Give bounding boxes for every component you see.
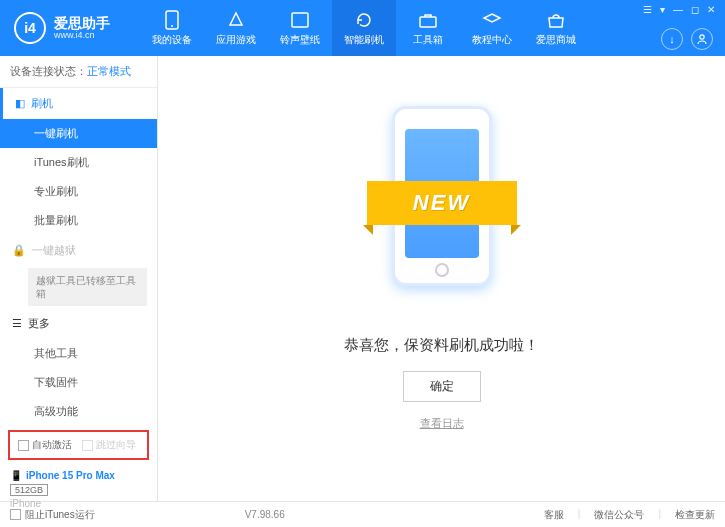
ok-button[interactable]: 确定 <box>403 371 481 402</box>
maximize-icon[interactable]: ◻ <box>691 4 699 15</box>
main-area: 设备连接状态：正常模式 ◧ 刷机 一键刷机 iTunes刷机 专业刷机 批量刷机… <box>0 56 725 501</box>
sidebar-more-section: ☰ 更多 其他工具 下载固件 高级功能 <box>0 308 157 426</box>
checkbox-icon <box>18 440 29 451</box>
menu-icon: ☰ <box>12 317 22 330</box>
new-badge: NEW <box>367 181 517 225</box>
phone-illustration: NEW <box>377 96 507 316</box>
sidebar-item-oneclick-flash[interactable]: 一键刷机 <box>0 119 157 148</box>
user-button[interactable] <box>691 28 713 50</box>
checkbox-block-itunes[interactable]: 阻止iTunes运行 <box>10 508 95 522</box>
sidebar-item-download-fw[interactable]: 下载固件 <box>0 368 157 397</box>
app-name: 爱思助手 <box>54 16 110 30</box>
footer-link-update[interactable]: 检查更新 <box>675 508 715 522</box>
version-label: V7.98.66 <box>245 509 285 520</box>
checkbox-skip-guide[interactable]: 跳过向导 <box>82 438 136 452</box>
header-extra-buttons: ↓ <box>661 28 713 50</box>
phone-small-icon: 📱 <box>10 470 22 481</box>
sidebar-header-flash[interactable]: ◧ 刷机 <box>0 88 157 119</box>
phone-icon <box>162 10 182 30</box>
svg-point-1 <box>171 25 173 27</box>
sidebar-header-jailbreak: 🔒 一键越狱 <box>0 235 157 266</box>
sidebar: 设备连接状态：正常模式 ◧ 刷机 一键刷机 iTunes刷机 专业刷机 批量刷机… <box>0 56 158 501</box>
sidebar-item-pro-flash[interactable]: 专业刷机 <box>0 177 157 206</box>
nav-tabs: 我的设备 应用游戏 铃声壁纸 智能刷机 工具箱 教程中心 爱思商城 <box>140 0 588 56</box>
footer-link-support[interactable]: 客服 <box>544 508 564 522</box>
svg-point-4 <box>700 35 704 39</box>
shop-icon <box>546 10 566 30</box>
footer-link-wechat[interactable]: 微信公众号 <box>594 508 644 522</box>
sidebar-item-batch-flash[interactable]: 批量刷机 <box>0 206 157 235</box>
tab-ringtones[interactable]: 铃声壁纸 <box>268 0 332 56</box>
checkbox-icon <box>82 440 93 451</box>
content-area: NEW 恭喜您，保资料刷机成功啦！ 确定 查看日志 <box>158 56 725 501</box>
toolbox-icon <box>418 10 438 30</box>
checkbox-auto-activate[interactable]: 自动激活 <box>18 438 72 452</box>
sidebar-item-advanced[interactable]: 高级功能 <box>0 397 157 426</box>
sidebar-flash-section: ◧ 刷机 一键刷机 iTunes刷机 专业刷机 批量刷机 <box>0 88 157 235</box>
logo-icon: i4 <box>14 12 46 44</box>
tab-my-device[interactable]: 我的设备 <box>140 0 204 56</box>
device-status: 设备连接状态：正常模式 <box>0 56 157 88</box>
window-controls: ☰ ▾ — ◻ ✕ <box>643 4 715 15</box>
close-icon[interactable]: ✕ <box>707 4 715 15</box>
checkbox-icon <box>10 509 21 520</box>
minimize-icon[interactable]: — <box>673 4 683 15</box>
app-header: i4 爱思助手 www.i4.cn 我的设备 应用游戏 铃声壁纸 智能刷机 工具… <box>0 0 725 56</box>
refresh-icon <box>354 10 374 30</box>
app-icon <box>226 10 246 30</box>
app-url: www.i4.cn <box>54 30 110 40</box>
svg-rect-2 <box>292 13 308 27</box>
flash-icon: ◧ <box>15 97 25 110</box>
tab-store[interactable]: 爱思商城 <box>524 0 588 56</box>
tab-smart-flash[interactable]: 智能刷机 <box>332 0 396 56</box>
highlighted-checkbox-row: 自动激活 跳过向导 <box>8 430 149 460</box>
lock-icon: 🔒 <box>12 244 26 257</box>
footer-links: 客服 | 微信公众号 | 检查更新 <box>544 508 715 522</box>
sidebar-bottom: 自动激活 跳过向导 📱 iPhone 15 Pro Max 512GB iPho… <box>0 426 157 515</box>
sidebar-item-other-tools[interactable]: 其他工具 <box>0 339 157 368</box>
menu-icon[interactable]: ☰ <box>643 4 652 15</box>
tab-apps-games[interactable]: 应用游戏 <box>204 0 268 56</box>
sidebar-item-itunes-flash[interactable]: iTunes刷机 <box>0 148 157 177</box>
sidebar-jailbreak-section: 🔒 一键越狱 越狱工具已转移至工具箱 <box>0 235 157 308</box>
device-name[interactable]: 📱 iPhone 15 Pro Max <box>10 470 147 481</box>
sidebar-header-more[interactable]: ☰ 更多 <box>0 308 157 339</box>
dropdown-icon[interactable]: ▾ <box>660 4 665 15</box>
tab-toolbox[interactable]: 工具箱 <box>396 0 460 56</box>
view-log-link[interactable]: 查看日志 <box>420 416 464 431</box>
tab-tutorials[interactable]: 教程中心 <box>460 0 524 56</box>
storage-badge: 512GB <box>10 484 48 496</box>
logo-area: i4 爱思助手 www.i4.cn <box>0 12 140 44</box>
image-icon <box>290 10 310 30</box>
download-button[interactable]: ↓ <box>661 28 683 50</box>
sidebar-jailbreak-note: 越狱工具已转移至工具箱 <box>28 268 147 306</box>
svg-rect-3 <box>420 17 436 27</box>
success-message: 恭喜您，保资料刷机成功啦！ <box>344 336 539 355</box>
graduation-icon <box>482 10 502 30</box>
